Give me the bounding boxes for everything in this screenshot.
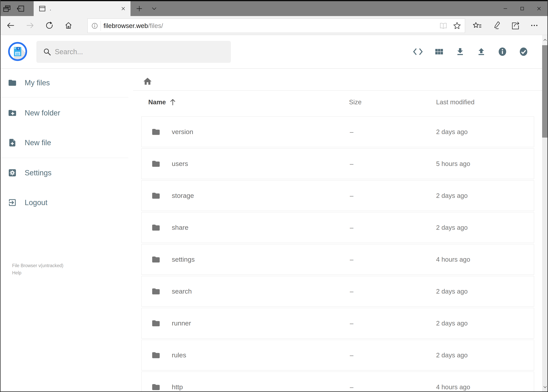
sidebar-item-settings[interactable]: Settings <box>8 163 117 182</box>
ink-workspace-button[interactable] <box>489 18 504 33</box>
file-name: share <box>172 224 188 231</box>
file-row[interactable]: users – 5 hours ago <box>141 148 534 179</box>
reading-view-icon <box>439 21 448 30</box>
sidebar-item-new-file[interactable]: New file <box>8 133 117 152</box>
file-row[interactable]: version – 2 days ago <box>141 116 534 147</box>
forward-button[interactable] <box>22 18 38 33</box>
file-name: storage <box>172 192 194 199</box>
hub-icon <box>473 21 482 30</box>
sidebar-item-my-files[interactable]: My files <box>8 73 117 92</box>
filebrowser-app: Search... <box>0 35 548 392</box>
scroll-down-button[interactable] <box>542 382 548 392</box>
file-size: – <box>350 351 353 359</box>
file-row[interactable]: http – 4 hours ago <box>141 372 534 392</box>
download-button[interactable] <box>452 41 468 63</box>
sidebar-item-new-folder[interactable]: New folder <box>8 104 117 122</box>
search-input[interactable]: Search... <box>36 41 231 63</box>
sidebar-footer: File Browser v(untracked) Help <box>12 262 63 277</box>
address-bar[interactable]: filebrowser.web/files/ <box>87 19 465 33</box>
grid-view-icon <box>434 47 444 56</box>
check-circle-icon <box>519 47 528 56</box>
scrollbar-thumb[interactable] <box>542 45 548 138</box>
more-icon <box>530 21 539 30</box>
column-label: Last modified <box>436 98 474 106</box>
folder-icon <box>152 255 160 264</box>
set-tabs-aside-button[interactable] <box>14 1 28 16</box>
file-row[interactable]: rules – 2 days ago <box>141 340 534 371</box>
back-icon <box>6 21 15 30</box>
file-row[interactable]: storage – 2 days ago <box>141 180 534 211</box>
new-tab-button[interactable] <box>132 1 146 16</box>
share-button[interactable] <box>507 18 523 33</box>
sidebar-item-logout[interactable]: Logout <box>8 193 117 212</box>
new-tab-icon <box>136 5 143 12</box>
file-size: – <box>350 128 353 136</box>
filebrowser-logo-icon <box>8 42 28 61</box>
switch-view-button[interactable] <box>431 41 447 63</box>
logout-icon <box>8 198 17 207</box>
page-scrollbar[interactable] <box>542 35 548 392</box>
sidebar-item-label: Settings <box>25 169 51 177</box>
file-row[interactable]: share – 2 days ago <box>141 212 534 243</box>
site-info-icon[interactable] <box>91 22 99 30</box>
settings-more-button[interactable] <box>527 18 542 33</box>
breadcrumb-divider <box>133 90 542 91</box>
page-favicon-icon <box>38 5 46 13</box>
scroll-up-button[interactable] <box>542 35 548 45</box>
column-header-modified[interactable]: Last modified <box>436 96 474 109</box>
new-file-icon <box>8 138 17 147</box>
file-row[interactable]: runner – 2 days ago <box>141 308 534 339</box>
folder-icon <box>152 191 160 200</box>
minimize-button[interactable] <box>497 2 514 15</box>
app-logo[interactable] <box>8 42 28 61</box>
browser-tab[interactable]: . <box>34 1 131 16</box>
upload-icon <box>477 47 486 56</box>
maximize-button[interactable] <box>514 2 531 15</box>
info-button[interactable] <box>495 41 510 63</box>
column-header-name[interactable]: Name <box>148 96 177 109</box>
file-row[interactable]: search – 2 days ago <box>141 276 534 307</box>
new-folder-icon <box>8 108 17 117</box>
file-modified: 2 days ago <box>436 224 468 231</box>
breadcrumb-home-button[interactable] <box>143 77 153 86</box>
file-row[interactable]: settings – 4 hours ago <box>141 244 534 275</box>
back-button[interactable] <box>3 18 18 33</box>
file-name: users <box>172 160 188 168</box>
breadcrumb-home-icon <box>143 77 153 86</box>
raw-download-button[interactable] <box>410 41 426 63</box>
favorites-hub-button[interactable] <box>470 18 485 33</box>
url-host: filebrowser.web <box>104 22 148 29</box>
file-name: runner <box>172 319 191 327</box>
tab-preview-button[interactable] <box>0 1 14 16</box>
folder-icon <box>8 78 17 87</box>
chevron-up-icon <box>543 38 548 42</box>
select-multiple-button[interactable] <box>516 41 531 63</box>
refresh-button[interactable] <box>42 18 57 33</box>
search-icon <box>43 47 52 56</box>
help-link[interactable]: Help <box>12 269 63 277</box>
tab-list-button[interactable] <box>147 1 161 16</box>
sidebar-item-label: My files <box>25 79 50 87</box>
file-size: – <box>350 160 353 168</box>
home-button[interactable] <box>61 18 76 33</box>
close-window-button[interactable] <box>531 2 548 15</box>
refresh-icon <box>45 21 53 29</box>
pen-icon <box>492 21 501 30</box>
file-name: search <box>172 287 192 295</box>
search-placeholder: Search... <box>55 48 83 56</box>
file-name: rules <box>172 351 186 359</box>
home-icon <box>64 21 73 30</box>
set-tabs-aside-icon <box>16 4 25 13</box>
column-header-size[interactable]: Size <box>349 96 361 109</box>
settings-icon <box>8 168 17 177</box>
favorite-star-icon[interactable] <box>453 21 461 30</box>
sidebar-divider <box>0 158 128 158</box>
file-size: – <box>350 288 353 295</box>
file-modified: 5 hours ago <box>436 160 470 168</box>
minimize-icon <box>502 6 508 12</box>
url-text: filebrowser.web/files/ <box>104 22 163 29</box>
folder-icon <box>152 127 160 136</box>
close-tab-button[interactable] <box>120 6 126 12</box>
upload-button[interactable] <box>473 41 489 63</box>
forward-icon <box>26 21 35 30</box>
